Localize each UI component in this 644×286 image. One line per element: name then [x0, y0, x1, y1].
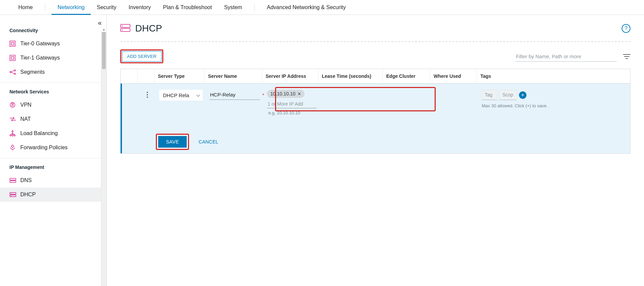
- sidebar-item-label: NAT: [20, 116, 31, 122]
- svg-point-21: [122, 25, 123, 26]
- filter-input[interactable]: [515, 51, 617, 62]
- server-name-input[interactable]: [209, 90, 260, 100]
- section-connectivity: Connectivity: [0, 22, 106, 37]
- sidebar-item-label: DNS: [20, 177, 32, 183]
- svg-rect-16: [10, 195, 16, 197]
- fp-icon: [9, 145, 16, 151]
- tier-icon: [9, 55, 16, 61]
- vpn-icon: [9, 102, 16, 108]
- ip-hint: e.g. 10.10.10.10: [268, 110, 316, 115]
- table-header: Server Type Server Name Server IP Addres…: [121, 69, 630, 84]
- main-content: DHCP ? ADD SERVER Server Type Server Na: [107, 15, 644, 286]
- separator: [120, 41, 630, 42]
- tag-input[interactable]: Tag: [482, 90, 497, 100]
- svg-point-10: [10, 135, 11, 136]
- svg-rect-1: [11, 42, 14, 45]
- nav-divider: [45, 4, 45, 11]
- sidebar-item-label: VPN: [20, 102, 32, 108]
- save-button[interactable]: SAVE: [158, 136, 187, 148]
- chip-remove-icon[interactable]: ✕: [297, 91, 301, 96]
- nav-networking[interactable]: Networking: [51, 0, 91, 15]
- add-server-button[interactable]: ADD SERVER: [122, 51, 162, 62]
- filter-icon[interactable]: [623, 54, 630, 59]
- svg-point-6: [14, 73, 16, 74]
- sidebar-item-label: Tier-0 Gateways: [20, 41, 60, 47]
- col-tags: Tags: [477, 69, 630, 83]
- sidebar-item-label: Segments: [20, 69, 45, 75]
- sidebar-item-label: DHCP: [20, 192, 36, 198]
- svg-point-5: [14, 70, 16, 71]
- svg-rect-2: [10, 55, 15, 61]
- cancel-button[interactable]: CANCEL: [199, 139, 218, 145]
- col-server-type: Server Type: [154, 69, 205, 83]
- col-server-name: Server Name: [205, 69, 262, 83]
- highlight-add-server: ADD SERVER: [120, 49, 163, 63]
- highlight-save: SAVE: [156, 134, 189, 150]
- section-network-services: Network Services: [0, 83, 106, 98]
- scrollbar-thumb[interactable]: [102, 32, 106, 69]
- tags-note: Max 30 allowed. Click (+) to save.: [482, 103, 627, 109]
- svg-rect-14: [10, 181, 16, 182]
- sidebar-item-nat[interactable]: NAT: [0, 112, 106, 126]
- nav-system[interactable]: System: [218, 0, 248, 15]
- row-menu-icon[interactable]: [147, 90, 148, 115]
- svg-point-18: [11, 196, 12, 196]
- svg-point-7: [10, 103, 15, 107]
- scroll-up-icon[interactable]: ▴: [101, 26, 106, 32]
- dhcp-title-icon: [120, 24, 130, 33]
- edit-row: DHCP Rela * 10.10.10.10: [121, 84, 630, 153]
- sidebar-item-label: Load Balancing: [20, 130, 58, 136]
- ip-chip[interactable]: 10.10.10.10 ✕: [267, 90, 305, 98]
- help-icon[interactable]: ?: [622, 24, 630, 33]
- svg-point-17: [11, 193, 12, 194]
- sidebar-item-dns[interactable]: DNS: [0, 173, 106, 188]
- nav-advanced[interactable]: Advanced Networking & Security: [261, 0, 352, 15]
- sidebar-item-vpn[interactable]: VPN: [0, 98, 106, 112]
- sidebar: « Connectivity Tier-0 Gateways Tier-1 Ga…: [0, 15, 107, 286]
- sidebar-scrollbar[interactable]: ▴: [101, 32, 106, 286]
- chevron-down-icon: [196, 92, 200, 98]
- nav-security[interactable]: Security: [91, 0, 123, 15]
- col-where-used: Where Used: [430, 69, 477, 83]
- dns-icon: [9, 178, 16, 183]
- nav-plan[interactable]: Plan & Troubleshoot: [157, 0, 218, 15]
- svg-point-4: [10, 71, 11, 73]
- sidebar-item-tier1[interactable]: Tier-1 Gateways: [0, 51, 106, 65]
- add-tag-icon[interactable]: +: [519, 91, 526, 99]
- section-ip-management: IP Management: [0, 158, 106, 173]
- ip-input[interactable]: [267, 100, 316, 108]
- col-server-ip: Server IP Address: [262, 69, 318, 83]
- svg-rect-15: [10, 193, 16, 194]
- svg-point-9: [12, 131, 13, 132]
- server-type-select[interactable]: DHCP Rela: [159, 90, 203, 101]
- svg-point-12: [14, 135, 15, 136]
- scope-input[interactable]: Scop: [499, 90, 517, 100]
- nav-inventory[interactable]: Inventory: [123, 0, 157, 15]
- col-edge-cluster: Edge Cluster: [383, 69, 430, 83]
- tier-icon: [9, 41, 16, 47]
- lb-icon: [9, 130, 16, 136]
- ip-chip-value: 10.10.10.10: [270, 91, 295, 96]
- sidebar-item-dhcp[interactable]: DHCP: [0, 188, 106, 202]
- server-type-value: DHCP Rela: [163, 92, 189, 98]
- sidebar-item-fp[interactable]: Forwarding Policies: [0, 140, 106, 155]
- svg-point-11: [12, 135, 13, 136]
- sidebar-item-label: Forwarding Policies: [20, 145, 68, 151]
- required-marker: *: [263, 92, 264, 98]
- svg-rect-8: [12, 104, 13, 106]
- dhcp-icon: [9, 192, 16, 197]
- dhcp-table: Server Type Server Name Server IP Addres…: [120, 69, 630, 154]
- page-title: DHCP: [120, 23, 162, 34]
- sidebar-item-tier0[interactable]: Tier-0 Gateways: [0, 37, 106, 51]
- svg-rect-0: [10, 41, 15, 46]
- segments-icon: [9, 69, 16, 75]
- svg-point-22: [122, 29, 123, 30]
- svg-rect-13: [10, 178, 16, 180]
- nat-icon: [9, 117, 16, 122]
- nav-home[interactable]: Home: [12, 0, 39, 15]
- col-lease-time: Lease Time (seconds): [318, 69, 383, 83]
- page-title-text: DHCP: [135, 23, 162, 34]
- sidebar-item-segments[interactable]: Segments: [0, 65, 106, 79]
- sidebar-item-lb[interactable]: Load Balancing: [0, 126, 106, 140]
- nav-divider: [254, 4, 255, 11]
